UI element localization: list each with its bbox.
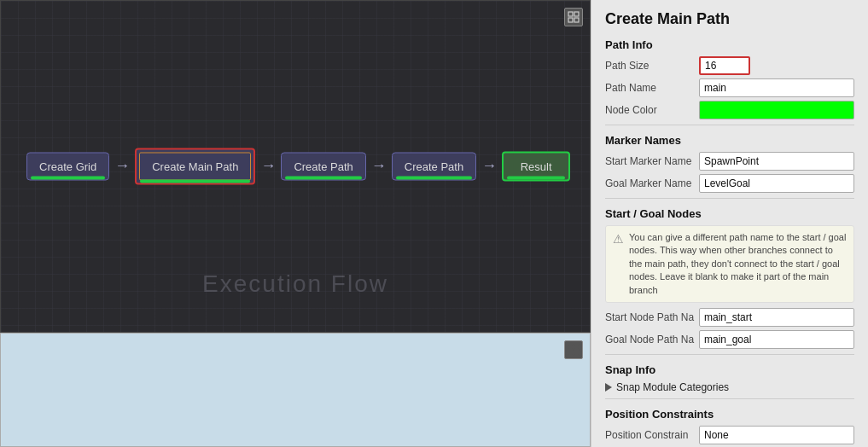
node-flow: Create Grid → Create Main Path → Create … xyxy=(26,148,570,185)
node-color-picker[interactable] xyxy=(699,101,854,119)
snap-categories-label: Snap Module Categories xyxy=(616,381,729,393)
node-label: Result xyxy=(521,160,552,173)
start-node-row: Start Node Path Na xyxy=(605,308,854,327)
section-path-info: Path Info xyxy=(605,38,854,51)
section-position-constraints: Position Constraints xyxy=(605,408,854,421)
goal-marker-input[interactable] xyxy=(699,174,854,193)
svg-rect-5 xyxy=(574,345,579,349)
arrow-4: → xyxy=(481,157,497,172)
node-create-grid[interactable]: Create Grid xyxy=(26,153,109,181)
position-constraint-row: Position Constrain xyxy=(605,426,854,444)
svg-rect-1 xyxy=(574,12,579,16)
node-result[interactable]: Result xyxy=(502,152,570,182)
path-name-row: Path Name xyxy=(605,78,854,97)
section-start-goal: Start / Goal Nodes xyxy=(605,207,854,220)
svg-rect-4 xyxy=(568,345,573,349)
execution-flow-label: Execution Flow xyxy=(202,270,388,298)
position-constraint-input[interactable] xyxy=(699,426,854,444)
svg-rect-6 xyxy=(568,351,573,355)
svg-rect-0 xyxy=(568,12,573,16)
path-size-input[interactable] xyxy=(699,56,750,75)
corner-expand-icon-2[interactable] xyxy=(564,340,583,359)
right-panel: Create Main Path Path Info Path Size Pat… xyxy=(591,0,868,447)
node-label: Create Grid xyxy=(39,160,96,173)
start-marker-label: Start Marker Name xyxy=(605,155,699,167)
path-size-row: Path Size xyxy=(605,56,854,75)
svg-rect-7 xyxy=(574,351,579,355)
start-node-input[interactable] xyxy=(699,308,854,327)
svg-rect-2 xyxy=(568,18,573,22)
info-text: You can give a different path name to th… xyxy=(629,231,847,297)
node-create-path-2[interactable]: Create Path xyxy=(392,153,476,181)
node-label: Create Main Path xyxy=(152,160,238,173)
node-create-main-path[interactable]: Create Main Path xyxy=(135,148,255,185)
node-create-path-1[interactable]: Create Path xyxy=(281,153,365,181)
section-snap-info: Snap Info xyxy=(605,363,854,376)
info-icon: ⚠ xyxy=(613,232,624,246)
snap-categories-row[interactable]: Snap Module Categories xyxy=(605,381,854,393)
canvas-top[interactable]: Create Grid → Create Main Path → Create … xyxy=(0,0,591,333)
triangle-icon xyxy=(605,383,612,392)
path-name-label: Path Name xyxy=(605,82,699,94)
arrow-3: → xyxy=(371,157,387,172)
svg-rect-3 xyxy=(574,18,579,22)
node-label: Create Path xyxy=(405,160,463,173)
node-label: Create Path xyxy=(294,160,352,173)
start-marker-input[interactable] xyxy=(699,152,854,171)
start-node-label: Start Node Path Na xyxy=(605,311,699,323)
arrow-1: → xyxy=(114,157,130,172)
info-box: ⚠ You can give a different path name to … xyxy=(605,225,854,303)
goal-node-row: Goal Node Path Na xyxy=(605,330,854,349)
goal-marker-label: Goal Marker Name xyxy=(605,177,699,189)
goal-node-input[interactable] xyxy=(699,330,854,349)
goal-marker-row: Goal Marker Name xyxy=(605,174,854,193)
panel-title: Create Main Path xyxy=(605,10,854,28)
position-constraint-label: Position Constrain xyxy=(605,429,699,441)
goal-node-label: Goal Node Path Na xyxy=(605,334,699,345)
canvas-bottom[interactable] xyxy=(0,333,591,447)
section-marker-names: Marker Names xyxy=(605,134,854,147)
path-name-input[interactable] xyxy=(699,78,854,97)
corner-expand-icon[interactable] xyxy=(564,8,583,26)
start-marker-row: Start Marker Name xyxy=(605,152,854,171)
path-size-label: Path Size xyxy=(605,60,699,72)
node-color-row: Node Color xyxy=(605,101,854,119)
arrow-2: → xyxy=(260,157,276,172)
node-color-label: Node Color xyxy=(605,104,699,116)
